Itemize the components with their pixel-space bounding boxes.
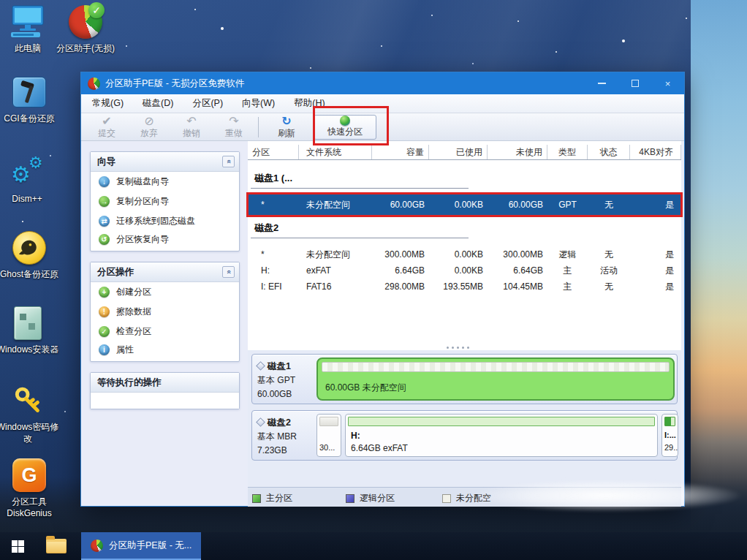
disk1-unallocated-segment[interactable]: 60.00GB 未分配空间: [316, 357, 675, 401]
sidebar-item-label: 检查分区: [116, 325, 151, 338]
cell-partition: H:: [248, 262, 299, 279]
sidebar-item-wipe-data[interactable]: ! 擦除数据: [91, 302, 239, 322]
disk2-info: 磁盘2 基本 MBR 7.23GB: [257, 416, 316, 458]
desktop-icon-label: 此电脑: [15, 43, 41, 55]
desktop-icon-label: 分区工具DiskGenius: [0, 496, 61, 519]
sidebar-item-label: 复制磁盘向导: [116, 175, 169, 188]
pending-operations-empty-list: [91, 393, 239, 409]
check-partition-icon: ✓: [99, 326, 110, 337]
menu-wizard[interactable]: 向导(W): [238, 96, 278, 111]
sidebar-item-migrate-os-to-ssd[interactable]: ⇄ 迁移系统到固态磁盘: [91, 211, 239, 231]
desktop-icon-cgi-backup[interactable]: CGI备份还原: [0, 75, 61, 125]
column-used[interactable]: 已使用: [429, 145, 488, 159]
partition-ops-panel-title: 分区操作: [97, 266, 134, 279]
menu-partition[interactable]: 分区(P): [189, 96, 227, 111]
start-button[interactable]: [0, 532, 35, 560]
desktop-icon-partition-assistant[interactable]: 分区助手(无损): [54, 4, 117, 55]
taskbar-item-partition-assistant[interactable]: 分区助手PE版 - 无...: [81, 532, 201, 560]
copy-partition-icon: →: [99, 196, 110, 207]
cell-status: 无: [588, 246, 630, 262]
wizard-panel-header: 向导 «: [91, 152, 239, 172]
disk2-graph-block[interactable]: 磁盘2 基本 MBR 7.23GB 30... H: 6.64GB exFAT …: [251, 410, 678, 461]
titlebar[interactable]: 分区助手PE版 - 无损分区免费软件 ×: [81, 72, 684, 94]
column-type[interactable]: 类型: [547, 145, 588, 159]
desktop-icon-ghost-backup[interactable]: Ghost备份还原: [0, 230, 61, 281]
desktop-icon-windows-installer[interactable]: Windows安装器: [0, 306, 59, 356]
cell-type: 主: [547, 279, 588, 295]
disk1-size: 60.00GB: [257, 387, 316, 401]
chevron-up-icon: «: [225, 270, 232, 274]
this-pc-icon: [8, 4, 48, 39]
disk1-graph-block[interactable]: 磁盘1 基本 GPT 60.00GB 60.00GB 未分配空间: [251, 354, 678, 404]
sidebar-item-copy-disk-wizard[interactable]: ↓ 复制磁盘向导: [91, 172, 239, 192]
discard-button[interactable]: ⊘ 放弃: [128, 115, 170, 140]
collapse-button[interactable]: «: [222, 156, 235, 167]
column-4kb-aligned[interactable]: 4KB对齐: [630, 145, 681, 159]
disk1-info: 磁盘1 基本 GPT 60.00GB: [257, 360, 316, 401]
close-button[interactable]: ×: [651, 72, 684, 94]
create-partition-icon: +: [99, 287, 110, 298]
cell-used: 0.00KB: [429, 246, 488, 262]
column-filesystem[interactable]: 文件系统: [299, 145, 372, 159]
menu-disk[interactable]: 磁盘(D): [139, 96, 177, 111]
legend-logical-partition: 逻辑分区: [346, 492, 395, 504]
disk1-group-underline: [251, 188, 469, 189]
segment-label: 30...: [319, 443, 335, 452]
desktop-icon-this-pc[interactable]: 此电脑: [0, 4, 59, 55]
disk2-unallocated-segment[interactable]: 30...: [316, 414, 341, 457]
sidebar-item-copy-partition-wizard[interactable]: → 复制分区向导: [91, 192, 239, 211]
column-capacity[interactable]: 容量: [372, 145, 429, 159]
column-unused[interactable]: 未使用: [488, 145, 547, 159]
sidebar-item-create-partition[interactable]: + 创建分区: [91, 282, 239, 302]
partition-assistant-icon: [91, 540, 103, 552]
menu-general[interactable]: 常规(G): [88, 96, 127, 111]
migrate-os-icon: ⇄: [99, 216, 110, 227]
disk1-group-label: 磁盘1 (...: [254, 172, 292, 185]
sidebar-item-properties[interactable]: i 属性: [91, 341, 239, 361]
maximize-button[interactable]: [618, 72, 651, 94]
sidebar-item-partition-recovery-wizard[interactable]: ↺ 分区恢复向导: [91, 231, 239, 251]
column-partition[interactable]: 分区: [248, 145, 299, 159]
table-row-disk2-unallocated[interactable]: * 未分配空间 300.00MB 0.00KB 300.00MB 逻辑 无 是: [248, 246, 681, 262]
minimize-button[interactable]: [585, 72, 618, 94]
redo-button[interactable]: ↷ 重做: [213, 115, 255, 140]
partition-assistant-icon: [69, 4, 102, 39]
app-window: 分区助手PE版 - 无损分区免费软件 × 常规(G) 磁盘(D) 分区(P) 向…: [80, 72, 685, 507]
sidebar-item-check-partition[interactable]: ✓ 检查分区: [91, 322, 239, 341]
collapse-button[interactable]: «: [222, 266, 235, 278]
disk2-name: 磁盘2: [268, 417, 291, 428]
sidebar-item-label: 擦除数据: [116, 306, 151, 318]
legend-bar: 主分区 逻辑分区 未分配空: [248, 487, 681, 507]
file-explorer-button[interactable]: [46, 539, 67, 553]
desktop-icon-label: CGI备份还原: [4, 113, 54, 125]
minimize-icon: [598, 83, 606, 84]
cell-filesystem: FAT16: [299, 279, 372, 295]
app-icon: [88, 77, 100, 90]
legend-unallocated: 未分配空: [442, 492, 491, 504]
desktop-icon-windows-password[interactable]: Windows密码修改: [0, 383, 59, 444]
wizard-panel: 向导 « ↓ 复制磁盘向导 → 复制分区向导 ⇄ 迁移系统到固态磁盘 ↺ 分区恢…: [90, 151, 240, 251]
disk2-group-underline: [251, 238, 469, 238]
cell-4kb-aligned: 是: [630, 246, 681, 262]
undo-label: 撤销: [183, 127, 200, 140]
undo-button[interactable]: ↶ 撤销: [170, 115, 213, 140]
commit-check-icon: ✔: [102, 115, 111, 127]
pending-operations-header: 等待执行的操作: [91, 373, 239, 393]
pane-splitter-handle[interactable]: [447, 347, 469, 349]
table-row-drive-h[interactable]: H: exFAT 6.64GB 0.00KB 6.64GB 主 活动 是: [248, 262, 681, 279]
desktop-icon-dism[interactable]: ⚙⚙ Dism++: [0, 155, 58, 205]
sidebar-item-label: 属性: [116, 344, 134, 356]
refresh-button[interactable]: ↻ 刷新: [265, 115, 308, 140]
table-row-drive-i-efi[interactable]: I: EFI FAT16 298.00MB 193.55MB 104.45MB …: [248, 279, 681, 295]
cell-unused: 300.00MB: [488, 246, 547, 262]
commit-button[interactable]: ✔ 提交: [86, 115, 128, 140]
cgi-backup-icon: [12, 75, 46, 110]
disk2-drive-i-segment[interactable]: I:... 29...: [661, 414, 678, 457]
desktop-icon-diskgenius[interactable]: G 分区工具DiskGenius: [0, 458, 61, 519]
wipe-data-icon: !: [99, 306, 110, 317]
disk2-drive-h-segment[interactable]: H: 6.64GB exFAT: [345, 414, 658, 457]
cell-used: 193.55MB: [429, 279, 488, 295]
column-status[interactable]: 状态: [588, 145, 630, 159]
gears-icon: ⚙⚙: [10, 155, 45, 190]
disk1-usage-strip: [322, 362, 670, 372]
